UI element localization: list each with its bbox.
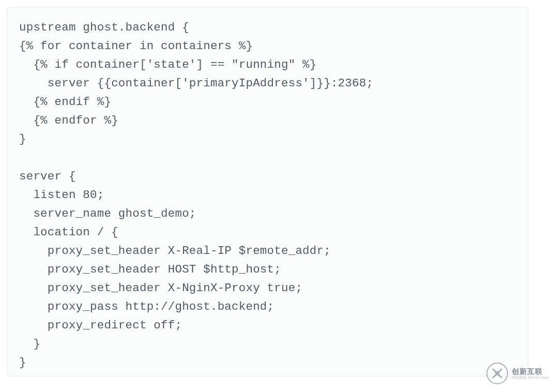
watermark-en: CHUANG XIN HU LIAN xyxy=(512,376,549,379)
code-content: upstream ghost.backend { {% for containe… xyxy=(19,18,518,372)
watermark: 创新互联 CHUANG XIN HU LIAN xyxy=(486,362,549,385)
watermark-logo-icon xyxy=(486,362,509,385)
code-block-container: upstream ghost.backend { {% for containe… xyxy=(7,7,528,376)
svg-point-1 xyxy=(495,371,499,375)
watermark-text: 创新互联 CHUANG XIN HU LIAN xyxy=(512,368,549,379)
watermark-zh: 创新互联 xyxy=(512,368,549,375)
